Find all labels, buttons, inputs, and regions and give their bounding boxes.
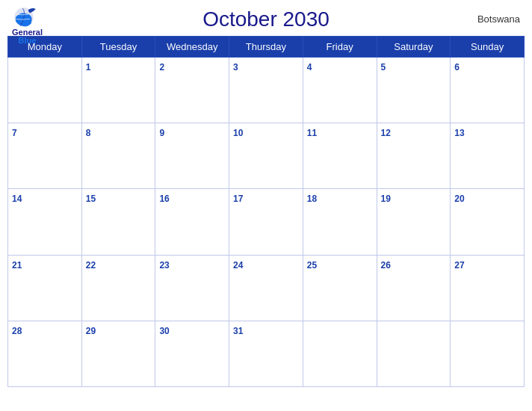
calendar-cell: 31 [229,321,303,386]
day-number: 23 [159,260,169,271]
day-number: 16 [159,194,169,204]
calendar-cell: 19 [377,189,451,255]
day-number: 6 [454,62,460,72]
calendar-cell: 10 [229,123,303,189]
day-number: 14 [12,194,22,204]
col-friday: Friday [303,37,377,58]
calendar-week-row: 21222324252627 [8,255,525,321]
day-number: 29 [86,326,96,336]
calendar-cell: 2 [155,58,229,123]
days-header-row: Monday Tuesday Wednesday Thursday Friday… [8,37,525,58]
calendar-cell: 29 [81,321,155,386]
day-number: 9 [159,128,164,138]
day-number: 20 [454,194,464,204]
page-title: October 2030 [202,7,330,31]
calendar-cell: 25 [303,255,377,321]
day-number: 13 [454,128,464,138]
calendar-week-row: 123456 [8,58,525,123]
calendar-cell [451,321,525,386]
calendar-cell: 16 [155,189,229,255]
calendar-cell: 12 [377,123,451,189]
calendar-cell: 20 [451,189,525,255]
day-number: 17 [233,194,243,204]
calendar-cell: 4 [303,58,377,123]
calendar-cell [377,321,451,386]
calendar-cell: 18 [303,189,377,255]
day-number: 3 [233,62,238,72]
calendar-cell: 3 [229,58,303,123]
day-number: 22 [86,260,96,271]
day-number: 21 [12,260,22,271]
calendar-cell: 23 [155,255,229,321]
calendar-cell: 28 [8,321,82,386]
calendar-cell [303,321,377,386]
day-number: 15 [86,194,96,204]
day-number: 25 [307,260,317,271]
calendar-cell: 27 [451,255,525,321]
col-thursday: Thursday [229,37,303,58]
calendar-cell: 24 [229,255,303,321]
day-number: 4 [307,62,312,72]
calendar-week-row: 78910111213 [8,123,525,189]
day-number: 18 [307,194,317,204]
day-number: 5 [381,62,386,72]
calendar-cell: 17 [229,189,303,255]
col-sunday: Sunday [451,37,525,58]
day-number: 8 [86,128,91,138]
col-wednesday: Wednesday [155,37,229,58]
day-number: 7 [12,128,17,138]
day-number: 24 [233,260,243,271]
calendar-week-row: 14151617181920 [8,189,525,255]
calendar-header: General Blue October 2030 Botswana [0,0,532,36]
calendar-cell [8,58,82,123]
day-number: 27 [454,260,464,271]
day-number: 31 [233,326,243,336]
col-saturday: Saturday [377,37,451,58]
logo-blue-text: Blue [19,37,37,45]
calendar-cell: 11 [303,123,377,189]
calendar-cell: 14 [8,189,82,255]
day-number: 26 [381,260,391,271]
day-number: 28 [12,326,22,336]
calendar-table: Monday Tuesday Wednesday Thursday Friday… [7,36,525,387]
day-number: 19 [381,194,391,204]
logo: General Blue [12,6,43,45]
country-label: Botswana [477,13,520,25]
calendar-week-row: 28293031 [8,321,525,386]
day-number: 1 [86,62,91,72]
day-number: 12 [381,128,391,138]
day-number: 11 [307,128,317,138]
calendar-cell: 26 [377,255,451,321]
day-number: 30 [159,326,169,336]
calendar-cell: 15 [81,189,155,255]
day-number: 10 [233,128,243,138]
calendar-cell: 1 [81,58,155,123]
calendar-cell: 30 [155,321,229,386]
calendar-cell: 6 [451,58,525,123]
calendar-cell: 7 [8,123,82,189]
logo-icon [12,6,42,28]
calendar-wrapper: Monday Tuesday Wednesday Thursday Friday… [0,36,532,411]
day-number: 2 [159,62,164,72]
col-tuesday: Tuesday [81,37,155,58]
calendar-cell: 9 [155,123,229,189]
calendar-cell: 13 [451,123,525,189]
calendar-cell: 5 [377,58,451,123]
calendar-cell: 21 [8,255,82,321]
calendar-cell: 8 [81,123,155,189]
calendar-cell: 22 [81,255,155,321]
